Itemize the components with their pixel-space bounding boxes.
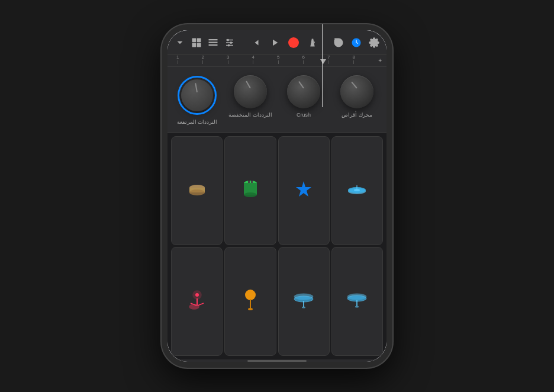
list-button[interactable] [207, 36, 220, 49]
smart-button[interactable] [350, 36, 363, 49]
tom-icon [188, 290, 206, 313]
pad-drum[interactable] [224, 136, 276, 245]
svg-point-46 [355, 306, 359, 307]
bottom-bar [168, 359, 386, 362]
ruler-inner: 1 2 3 4 5 6 7 8 + [172, 55, 382, 65]
dropdown-button[interactable] [173, 36, 186, 49]
knob-disk-drive-container: محرك أقراص [332, 75, 382, 118]
svg-marker-13 [311, 39, 314, 46]
svg-rect-0 [192, 38, 197, 42]
pad-cymbal-right[interactable] [331, 136, 383, 245]
pad-snare[interactable] [171, 136, 223, 245]
knob-crush-label: Crush [297, 112, 311, 118]
svg-point-10 [227, 38, 229, 41]
playhead-marker [320, 59, 326, 65]
svg-point-22 [244, 192, 257, 197]
record-button[interactable] [287, 36, 300, 49]
knob-crush-container: Crush [279, 75, 328, 118]
svg-rect-45 [356, 300, 357, 306]
svg-rect-6 [209, 44, 218, 46]
knob-disk-drive[interactable] [340, 75, 373, 108]
screen-wrapper: 1 2 3 4 5 6 7 8 + [162, 24, 392, 368]
svg-point-19 [189, 189, 205, 195]
svg-point-42 [302, 306, 305, 308]
maracas-icon [243, 290, 258, 314]
phone-screen: 1 2 3 4 5 6 7 8 + [168, 30, 386, 362]
svg-rect-37 [250, 299, 251, 309]
knob-high-freq[interactable] [177, 75, 217, 115]
starburst-icon [294, 180, 313, 202]
knob-high-freq-label: الترددات المرتفعة [177, 119, 218, 125]
hihat-icon [293, 292, 314, 311]
svg-rect-41 [303, 301, 304, 307]
pad-crash[interactable] [331, 247, 383, 356]
mixer-button[interactable] [223, 36, 236, 49]
svg-point-31 [195, 293, 199, 297]
svg-rect-29 [356, 185, 357, 190]
svg-marker-25 [296, 181, 311, 197]
svg-point-36 [245, 290, 256, 300]
rewind-button[interactable] [249, 36, 262, 49]
drum-icon [242, 179, 259, 203]
pad-maracas[interactable] [224, 247, 276, 356]
undo-button[interactable] [332, 36, 345, 49]
home-indicator [247, 360, 307, 362]
phone-frame: 1 2 3 4 5 6 7 8 + [162, 24, 392, 368]
knob-low-freq[interactable] [234, 75, 267, 108]
cymbal-right-icon [347, 182, 367, 199]
toolbar-right [332, 36, 381, 49]
knob-disk-drive-label: محرك أقراص [342, 112, 372, 118]
svg-rect-5 [209, 41, 218, 43]
crash-icon [346, 292, 368, 311]
svg-rect-3 [197, 43, 201, 47]
svg-point-38 [248, 308, 253, 310]
toolbar-center [239, 36, 330, 49]
knobs-section: الترددات المرتفعة الترددات المنخفضة Crus… [168, 67, 386, 133]
knob-crush[interactable] [287, 75, 320, 108]
svg-rect-1 [197, 38, 201, 42]
annotation-line [322, 24, 323, 107]
toolbar [168, 30, 386, 55]
ruler: 1 2 3 4 5 6 7 8 + [168, 55, 386, 67]
pads-row-1 [171, 136, 383, 245]
toolbar-left [173, 36, 236, 49]
svg-point-11 [230, 41, 232, 44]
pads-row-2 [171, 247, 383, 356]
svg-point-12 [228, 44, 230, 46]
pads-area [168, 133, 386, 359]
pad-starburst[interactable] [278, 136, 330, 245]
svg-rect-24 [251, 181, 253, 183]
knob-high-freq-container: الترددات المرتفعة [172, 75, 222, 125]
settings-button[interactable] [368, 36, 381, 49]
knob-low-freq-container: الترددات المنخفضة [226, 75, 275, 118]
svg-rect-2 [192, 43, 197, 47]
svg-line-35 [198, 303, 204, 306]
svg-rect-23 [248, 181, 250, 183]
metronome-button[interactable] [306, 36, 319, 49]
pad-hihat[interactable] [278, 247, 330, 356]
layout-button[interactable] [190, 36, 203, 49]
play-button[interactable] [268, 36, 281, 49]
pad-tom[interactable] [171, 247, 223, 356]
snare-icon [188, 182, 207, 199]
ruler-plus[interactable]: + [378, 57, 382, 64]
svg-rect-4 [209, 39, 218, 40]
knob-low-freq-label: الترددات المنخفضة [228, 112, 272, 118]
